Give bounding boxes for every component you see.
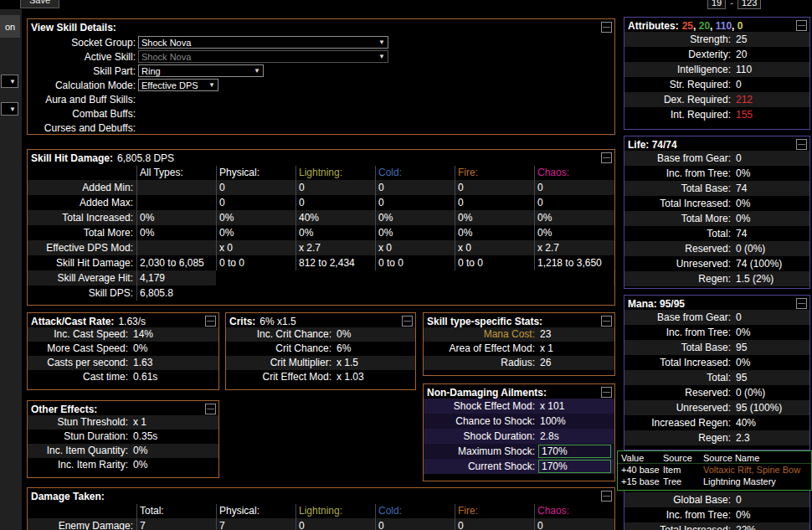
table-cell: 6,805.8 — [136, 286, 216, 301]
active-skill-dropdown[interactable]: Shock Nova ▼ — [138, 50, 388, 63]
stat-row: Current Shock:170% — [424, 459, 614, 474]
stat-label: Inc. from Tree: — [624, 166, 734, 181]
stat-label: Total: — [624, 226, 734, 241]
stat-value: 0 — [734, 492, 742, 507]
table-cell: 0% — [216, 210, 296, 225]
stat-label: Current Shock: — [424, 459, 538, 474]
field-label: Calculation Mode: — [28, 80, 138, 91]
collapse-button[interactable]: — — [796, 298, 807, 309]
stat-value: 0% — [131, 444, 147, 458]
left-dropdown-fragment-1[interactable]: ▼ — [1, 75, 18, 88]
column-header: Cold: — [375, 166, 455, 180]
stat-label: Cast time: — [28, 370, 131, 384]
collapse-button[interactable]: — — [796, 20, 807, 31]
collapse-button[interactable]: — — [601, 22, 612, 33]
stat-label: Regen: — [624, 430, 734, 445]
stat-value: 0 — [734, 151, 742, 166]
stat-row: Area of Effect Mod:x 1 — [424, 342, 614, 356]
skill-part-dropdown[interactable]: Ring ▼ — [138, 64, 264, 77]
aura-buff-skills-row: Aura and Buff Skills: — [28, 92, 614, 106]
dropdown-value: Ring — [141, 66, 250, 76]
field-label: Aura and Buff Skills: — [28, 94, 138, 105]
table-header-row: Total:Physical:Lightning:Cold:Fire:Chaos… — [28, 504, 614, 518]
table-cell: 0% — [296, 225, 375, 240]
stat-label: Dexterity: — [624, 47, 734, 62]
tooltip-source: Item — [663, 464, 703, 476]
table-cell: 0% — [375, 225, 455, 240]
stat-row: Total Base:74 — [624, 181, 809, 196]
stat-value: 40% — [734, 415, 756, 430]
collapse-button[interactable]: — — [601, 387, 612, 398]
stat-list: Stun Threshold:x 1Stun Duration:0.35sInc… — [28, 415, 218, 472]
table-cell — [216, 286, 296, 301]
stat-row: Total More:0% — [624, 211, 809, 226]
table-cell — [136, 195, 216, 210]
column-header: Physical: — [216, 166, 296, 180]
panel-title: Skill type-specific Stats: — [427, 316, 542, 327]
panel-header: Non-Damaging Ailments: — — [424, 384, 614, 399]
row-label: Total Increased: — [28, 210, 136, 225]
stat-label: Inc. from Tree: — [624, 507, 734, 522]
collapse-button[interactable]: — — [601, 316, 612, 327]
stat-row: Casts per second:1.63 — [28, 356, 218, 370]
tooltip-header-source: Source — [663, 452, 703, 463]
calculation-mode-dropdown[interactable]: Effective DPS ▼ — [138, 79, 218, 91]
stat-label: Str. Required: — [624, 77, 734, 92]
points-right-box[interactable]: 123 — [737, 0, 761, 9]
chevron-down-icon: ▼ — [378, 53, 385, 60]
left-panel-button-fragment[interactable]: on — [0, 15, 20, 38]
stat-row: Maximum Shock:170% — [424, 444, 614, 459]
save-button[interactable]: Save — [20, 0, 59, 8]
stat-label: Crit Chance: — [226, 342, 335, 356]
table-corner — [28, 166, 136, 180]
panel-title: Mana: 95/95 — [628, 298, 685, 310]
column-header: Lightning: — [296, 504, 375, 518]
stat-value: 0 (0%) — [734, 385, 765, 400]
curses-debuffs-row: Curses and Debuffs: — [28, 121, 614, 135]
stat-row: Stun Duration:0.35s — [28, 430, 218, 444]
stat-row: Inc. from Tree:0% — [624, 325, 809, 340]
collapse-button[interactable]: — — [205, 316, 216, 327]
collapse-button[interactable]: — — [601, 491, 612, 502]
stat-value: 110 — [734, 62, 752, 77]
table-row: Total Increased:0%0%40%0%0%0% — [28, 210, 614, 225]
stat-row: Unreserved:74 (100%) — [624, 256, 809, 271]
stat-value: 212 — [734, 92, 753, 107]
active-skill-row: Active Skill: Shock Nova ▼ — [28, 49, 614, 64]
points-left-box[interactable]: 19 — [707, 0, 726, 9]
panel-other-effects: Other Effects: — Stun Threshold:x 1Stun … — [27, 400, 219, 478]
collapse-button[interactable]: — — [205, 404, 216, 414]
stat-value: 0% — [335, 327, 351, 342]
panel-damage-taken: Damage Taken: — Total:Physical:Lightning… — [27, 487, 615, 530]
panel-title-value: 1.63/s — [118, 316, 146, 327]
stat-row: Total Increased:0% — [624, 196, 809, 211]
stat-row: Inc. from Tree:0% — [624, 507, 809, 522]
stat-row: Str. Required:0 — [624, 77, 809, 92]
dropdown-value: Shock Nova — [141, 38, 375, 48]
field-label: Curses and Debuffs: — [28, 122, 138, 134]
stat-label: Crit Effect Mod: — [226, 370, 335, 384]
stat-label: Increased Regen: — [624, 415, 734, 430]
stat-value: 74 (100%) — [734, 256, 782, 271]
stat-value: 0.61s — [131, 370, 157, 384]
tooltip-value: +40 base — [618, 464, 663, 476]
stat-value: 170% — [538, 445, 611, 458]
panel-header: Life: 74/74 — — [624, 136, 809, 151]
collapse-button[interactable]: — — [601, 152, 612, 163]
left-dropdown-fragment-2[interactable]: ▼ — [1, 102, 18, 116]
table-cell — [375, 270, 455, 286]
stat-label: Reserved: — [624, 385, 734, 400]
collapse-button[interactable]: — — [796, 139, 807, 150]
panel-header: Mana: 95/95 — — [624, 296, 809, 310]
table-cell — [296, 286, 375, 301]
collapse-button[interactable]: — — [402, 316, 413, 327]
stat-value: 0% — [734, 355, 750, 370]
panel-header: Other Effects: — — [28, 401, 218, 415]
table-header-row: All Types:Physical:Lightning:Cold:Fire:C… — [28, 166, 614, 180]
stat-value: 0% — [734, 325, 750, 340]
title-value-part: 110 — [716, 20, 732, 32]
table-cell — [296, 270, 375, 286]
stat-row: Total:95 — [624, 370, 809, 385]
panel-life: Life: 74/74 — Base from Gear:0Inc. from … — [624, 136, 810, 289]
socket-group-dropdown[interactable]: Shock Nova ▼ — [138, 36, 388, 49]
